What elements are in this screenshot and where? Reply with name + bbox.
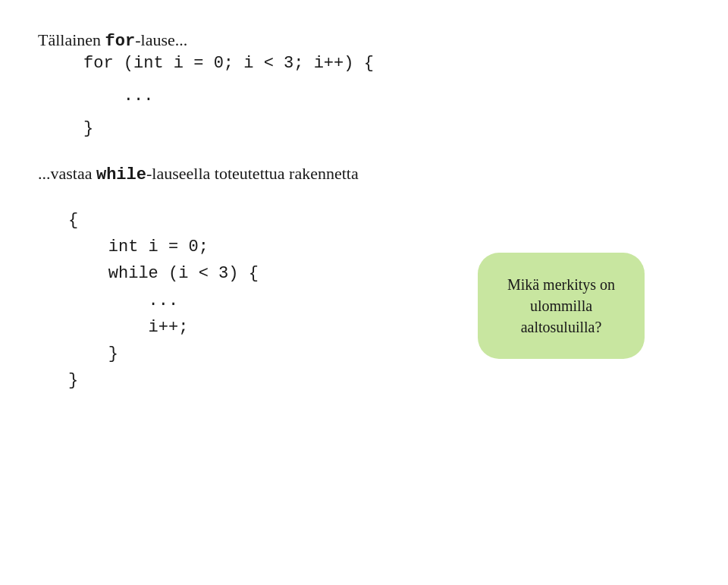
while-line7: } xyxy=(68,371,78,390)
while-line2: int i = 0; xyxy=(68,237,209,256)
for-code-line2: ... xyxy=(83,83,690,109)
for-code-line3: } xyxy=(83,116,690,141)
while-section: { int i = 0; while (i < 3) { ... i++; } … xyxy=(38,207,690,394)
while-line6: } xyxy=(68,344,118,363)
intro-paragraph: Tällainen for-lause... xyxy=(38,30,690,51)
while-line5: i++; xyxy=(68,318,188,337)
while-line1: { xyxy=(68,211,78,230)
intro-keyword-for: for xyxy=(105,32,136,51)
while-line3: while (i < 3) { xyxy=(68,264,259,283)
intro-text-after: -lause... xyxy=(135,30,187,49)
separator-keyword-while: while xyxy=(96,165,146,184)
tooltip-text: Mikä merkitys on ulommilla aaltosuluilla… xyxy=(507,276,615,335)
separator-text-after: -lauseella toteutettua rakennetta xyxy=(146,164,359,183)
for-code-line1: for (int i = 0; i < 3; i++) { xyxy=(83,51,690,76)
while-line4: ... xyxy=(68,291,178,310)
separator-text-before: ...vastaa xyxy=(38,164,96,183)
intro-text-before: Tällainen xyxy=(38,30,105,49)
tooltip-bubble: Mikä merkitys on ulommilla aaltosuluilla… xyxy=(478,253,645,359)
